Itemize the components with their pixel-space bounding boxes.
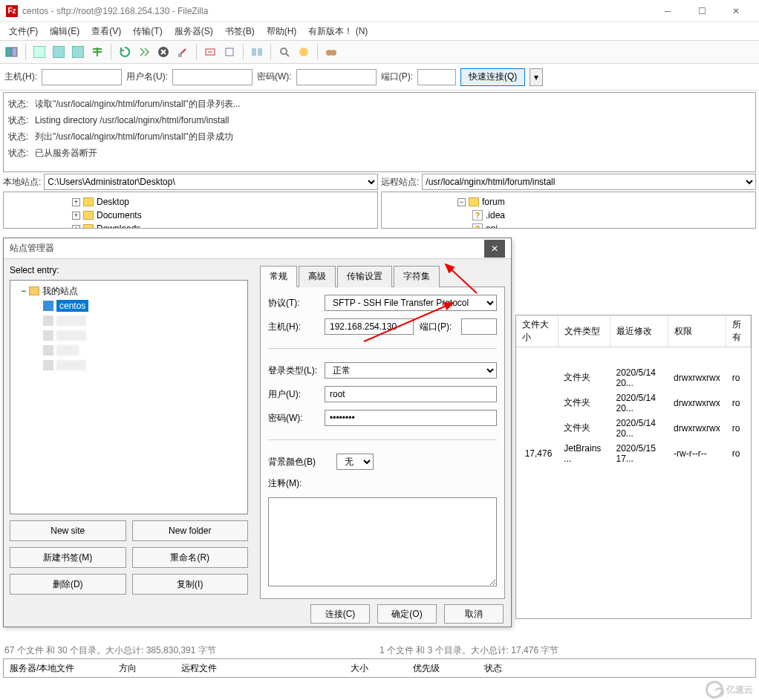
tab-charset[interactable]: 字符集 [394, 266, 440, 287]
server-icon [43, 345, 53, 356]
user-input[interactable] [172, 69, 253, 85]
password-input[interactable] [325, 410, 497, 426]
reconnect-icon[interactable] [201, 43, 219, 61]
local-path-select[interactable]: C:\Users\Administrator\Desktop\ [44, 174, 378, 190]
expand-icon[interactable]: + [72, 198, 80, 206]
log-pane[interactable]: 状态:读取"/usr/local/nginx/html/forum/instal… [3, 92, 756, 172]
pass-input[interactable] [296, 69, 377, 85]
host-input[interactable] [325, 318, 414, 335]
site-centos[interactable]: centos [56, 300, 88, 312]
menu-bookmarks[interactable]: 书签(B) [221, 24, 259, 39]
close-button[interactable]: ✕ [719, 1, 753, 22]
toggle-queue-icon[interactable] [88, 43, 106, 61]
delete-button[interactable]: 删除(D) [10, 574, 126, 595]
svg-rect-4 [72, 46, 84, 58]
folder-icon [83, 224, 94, 229]
process-queue-icon[interactable] [135, 43, 153, 61]
remote-tree[interactable]: −forum ?.idea ?api [381, 192, 756, 229]
quickconnect-button[interactable]: 快速连接(Q) [460, 68, 525, 86]
toggle-local-tree-icon[interactable] [50, 43, 68, 61]
refresh-icon[interactable] [116, 43, 134, 61]
menu-file[interactable]: 文件(F) [4, 24, 42, 39]
server-icon [43, 360, 53, 370]
site-hidden[interactable] [56, 360, 86, 370]
tree-node[interactable]: Documents [97, 210, 142, 220]
svg-rect-0 [6, 48, 11, 56]
queue-col[interactable]: 优先级 [413, 662, 440, 674]
dialog-close-button[interactable]: ✕ [484, 240, 505, 258]
ok-button[interactable]: 确定(O) [377, 604, 437, 624]
copy-button[interactable]: 复制(I) [132, 574, 249, 595]
site-hidden[interactable] [56, 345, 79, 356]
expand-icon[interactable]: + [72, 212, 80, 220]
menu-view[interactable]: 查看(V) [87, 24, 126, 39]
queue-col[interactable]: 服务器/本地文件 [10, 662, 74, 674]
port-input[interactable] [417, 69, 456, 85]
maximize-button[interactable]: ☐ [685, 1, 719, 22]
comment-textarea[interactable] [268, 497, 497, 586]
queue-col[interactable]: 方向 [119, 662, 137, 674]
connect-button[interactable]: 连接(C) [310, 604, 370, 624]
rename-button[interactable]: 重命名(R) [132, 547, 249, 568]
col-mod[interactable]: 最近修改 [610, 315, 668, 347]
tab-transfer[interactable]: 传输设置 [337, 266, 392, 287]
new-folder-button[interactable]: New folder [132, 520, 249, 541]
toolbar [0, 40, 759, 64]
collapse-icon[interactable]: − [21, 286, 26, 296]
disconnect-icon[interactable] [174, 43, 192, 61]
log-label: 状态: [8, 96, 29, 112]
queue-col[interactable]: 状态 [484, 662, 502, 674]
tree-node[interactable]: .idea [486, 210, 505, 220]
port-input[interactable] [461, 318, 497, 335]
site-hidden[interactable] [56, 315, 86, 326]
tree-node[interactable]: Downloads [97, 223, 140, 229]
tree-node[interactable]: forum [482, 197, 505, 207]
local-tree[interactable]: +Desktop +Documents +Downloads [3, 192, 378, 229]
user-input[interactable] [325, 386, 497, 402]
quickconnect-bar: 主机(H): 用户名(U): 密码(W): 端口(P): 快速连接(Q) ▾ [0, 64, 759, 91]
col-perm[interactable]: 权限 [668, 315, 726, 347]
collapse-icon[interactable]: − [457, 198, 466, 206]
remote-file-list[interactable]: 文件大小 文件类型 最近修改 权限 所有 文件夹2020/5/14 20...d… [515, 315, 752, 619]
folder-icon [29, 287, 39, 295]
menu-edit[interactable]: 编辑(E) [45, 24, 84, 39]
tab-general[interactable]: 常规 [260, 266, 297, 287]
cancel-icon[interactable] [154, 43, 172, 61]
new-bookmark-button[interactable]: 新建书签(M) [10, 547, 126, 568]
col-size[interactable]: 文件大小 [516, 315, 558, 347]
toggle-log-icon[interactable] [30, 43, 48, 61]
minimize-button[interactable]: ─ [651, 1, 685, 22]
expand-icon[interactable]: + [72, 225, 80, 229]
folder-icon [83, 197, 94, 206]
find-icon[interactable] [322, 43, 340, 61]
compare-icon[interactable] [248, 43, 266, 61]
host-input[interactable] [42, 69, 122, 85]
tree-node[interactable]: api [486, 223, 498, 229]
site-tree[interactable]: −我的站点 centos [10, 280, 248, 514]
menu-server[interactable]: 服务器(S) [170, 24, 218, 39]
search-icon[interactable] [276, 43, 293, 61]
menu-update[interactable]: 有新版本！ (N) [304, 24, 372, 39]
toggle-remote-tree-icon[interactable] [69, 43, 87, 61]
folder-icon [83, 211, 94, 220]
quickconnect-dropdown[interactable]: ▾ [530, 68, 543, 86]
queue-col[interactable]: 大小 [351, 662, 368, 674]
col-type[interactable]: 文件类型 [558, 315, 610, 347]
logon-type-select[interactable]: 正常 [325, 362, 497, 379]
bg-color-select[interactable]: 无 [336, 454, 374, 470]
col-own[interactable]: 所有 [726, 315, 751, 347]
filter-icon[interactable] [221, 43, 238, 61]
tab-advanced[interactable]: 高级 [299, 266, 336, 287]
protocol-select[interactable]: SFTP - SSH File Transfer Protocol [325, 295, 497, 311]
queue-col[interactable]: 远程文件 [181, 662, 217, 674]
menu-help[interactable]: 帮助(H) [262, 24, 302, 39]
site-hidden[interactable] [56, 330, 86, 341]
tree-root[interactable]: 我的站点 [42, 285, 78, 298]
new-site-button[interactable]: New site [10, 520, 126, 541]
tree-node[interactable]: Desktop [97, 197, 129, 207]
sync-icon[interactable] [295, 43, 313, 61]
cancel-button[interactable]: 取消 [444, 604, 504, 624]
remote-path-select[interactable]: /usr/local/nginx/html/forum/install [422, 174, 756, 190]
menu-transfer[interactable]: 传输(T) [128, 24, 166, 39]
site-manager-icon[interactable] [3, 43, 21, 61]
